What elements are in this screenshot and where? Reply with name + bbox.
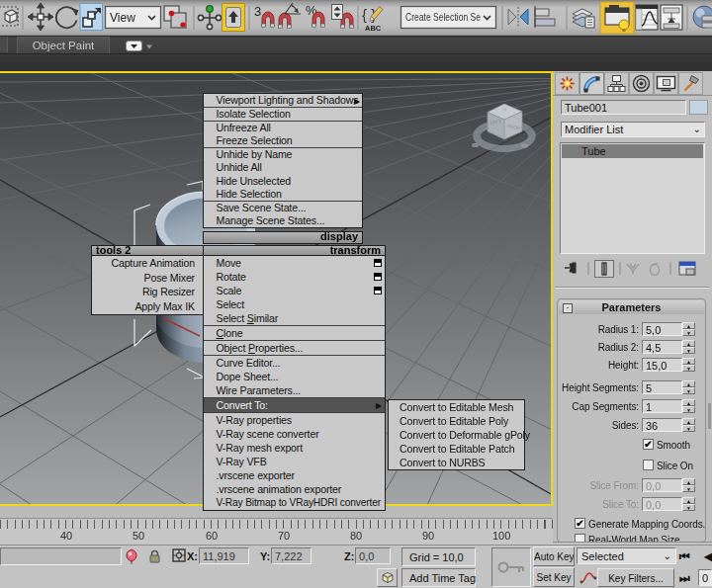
svg-text:3: 3: [254, 4, 261, 19]
svg-text:Create Selection Se: Create Selection Se: [405, 11, 481, 23]
svg-text:View: View: [110, 11, 135, 25]
svg-text:ABC: ABC: [365, 24, 382, 33]
